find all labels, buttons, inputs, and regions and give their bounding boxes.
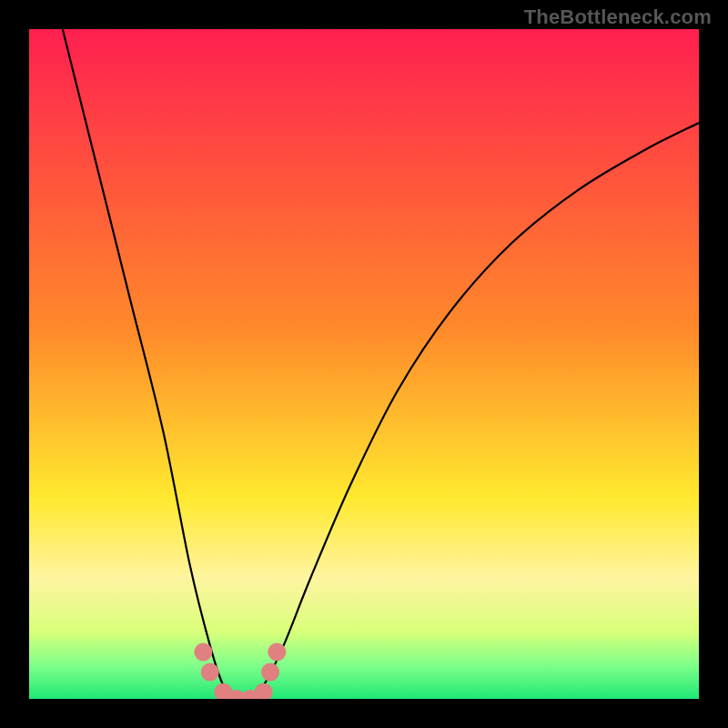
watermark-text: TheBottleneck.com bbox=[524, 5, 712, 29]
highlight-marker bbox=[261, 663, 279, 682]
chart-frame: TheBottleneck.com bbox=[0, 0, 728, 728]
highlight-marker bbox=[268, 642, 286, 661]
highlight-marker bbox=[194, 642, 212, 661]
plot-area bbox=[29, 29, 699, 699]
highlight-marker bbox=[201, 663, 219, 682]
bottleneck-curve bbox=[29, 29, 699, 699]
highlight-marker bbox=[255, 683, 273, 699]
